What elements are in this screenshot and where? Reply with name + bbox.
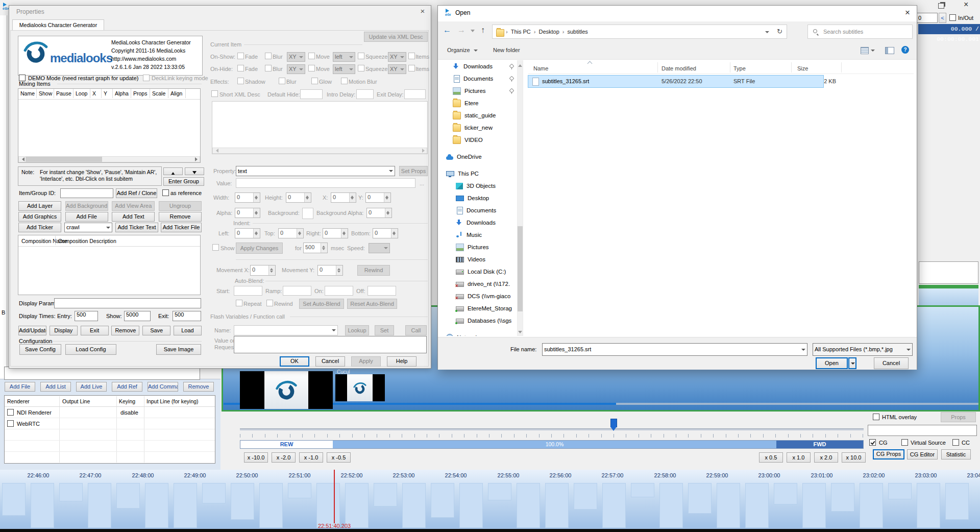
exit-time-input[interactable]: 500 — [173, 311, 201, 321]
onshow-squeeze-type-select[interactable]: XY — [388, 52, 406, 62]
x-spinner[interactable]: 0 — [331, 192, 356, 203]
frame-value-input[interactable]: 0 — [916, 13, 938, 23]
new-folder-button[interactable]: New folder — [493, 47, 520, 54]
properties-close-icon[interactable]: × — [418, 7, 428, 15]
sidebar-item[interactable]: EtereMet_Storag — [439, 302, 517, 315]
autoblend-start-input[interactable] — [234, 286, 262, 296]
organize-button[interactable]: Organize — [447, 47, 470, 54]
file-type-combobox[interactable]: All Supported Files (*.bmp,*.jpg — [813, 343, 913, 356]
open-button[interactable]: Open — [816, 357, 848, 369]
add-ticker-file-button[interactable]: Add Ticker File — [161, 223, 202, 232]
cancel-button[interactable]: Cancel — [874, 357, 909, 369]
composition-action-button[interactable]: Load — [174, 326, 202, 335]
onhide-items-checkbox[interactable] — [408, 65, 415, 71]
breadcrumb-item[interactable]: This PC — [508, 25, 534, 38]
enter-group-button[interactable]: Enter Group — [163, 177, 204, 186]
autoblend-ramp-input[interactable] — [283, 286, 311, 296]
onhide-blur-checkbox[interactable] — [265, 65, 272, 71]
decklink-checkbox[interactable] — [143, 75, 150, 81]
sidebar-item[interactable]: Desktop — [439, 192, 517, 204]
onshow-fade-checkbox[interactable] — [237, 53, 244, 59]
onhide-blur-type-select[interactable]: XY — [287, 64, 305, 74]
sidebar-item[interactable]: driveo_nt (\\172. — [439, 278, 517, 290]
onshow-squeeze-checkbox[interactable] — [358, 53, 364, 59]
update-via-xml-button[interactable]: Update via XML Desc — [364, 32, 428, 42]
sidebar-item[interactable]: DCS (\\vm-giaco — [439, 290, 517, 302]
load-config-button[interactable]: Load Config — [65, 344, 116, 355]
background-alpha-spinner[interactable]: 0 — [366, 208, 392, 218]
inout-checkbox[interactable] — [949, 14, 956, 21]
files-col-type[interactable]: Type — [733, 65, 746, 72]
onhide-squeeze-type-select[interactable]: XY — [388, 64, 406, 74]
view-list-icon[interactable] — [861, 47, 869, 54]
files-col-name[interactable]: Name — [533, 65, 548, 72]
col-input-line[interactable]: Input Line (for keying) — [146, 398, 199, 405]
sidebar-item[interactable]: This PC — [439, 167, 517, 180]
speed-button[interactable]: x 2.0 — [814, 452, 838, 463]
xml-desc-hscrollbar[interactable] — [212, 148, 427, 154]
cg-props-button[interactable]: CG Props — [873, 449, 904, 460]
onhide-squeeze-checkbox[interactable] — [358, 65, 364, 71]
sidebar-item[interactable]: ticker_new — [439, 122, 517, 134]
sidebar-item[interactable]: Databases (\\sgs — [439, 315, 517, 327]
effect-glow-checkbox[interactable] — [311, 78, 318, 84]
layer-action-button[interactable]: Add File — [65, 212, 108, 222]
renderer-add-button[interactable]: Add File — [5, 382, 35, 392]
open-titlebar[interactable] — [438, 6, 917, 21]
breadcrumb-item[interactable]: subtitles — [565, 25, 591, 38]
sidebar-item[interactable]: Network — [439, 331, 517, 336]
cg-text-input[interactable] — [868, 425, 977, 436]
sidebar-item[interactable]: Downloads — [439, 216, 517, 229]
sidebar-item[interactable]: VIDEO — [439, 134, 517, 146]
dialog-button[interactable]: OK — [280, 356, 309, 367]
sidebar-item[interactable]: Documents — [439, 204, 517, 216]
repeat-checkbox[interactable] — [236, 300, 242, 306]
reset-autoblend-button[interactable]: Reset Auto-Blend — [347, 299, 397, 309]
layer-action-button[interactable]: Add Layer — [18, 201, 61, 211]
dialog-button[interactable]: Apply — [351, 356, 381, 367]
sidebar-item[interactable]: Documents — [439, 72, 517, 85]
files-col-modified[interactable]: Date modified — [662, 65, 696, 72]
layer-action-button[interactable]: Ungroup — [159, 201, 202, 211]
onshow-blur-type-select[interactable]: XY — [287, 52, 305, 62]
sidebar-item[interactable]: Etere — [439, 97, 517, 109]
window-close-button[interactable]: × — [964, 1, 968, 8]
flash-value-input[interactable] — [234, 336, 427, 353]
autoblend-off-input[interactable] — [368, 286, 396, 296]
composition-action-button[interactable]: Add/Update — [18, 326, 46, 335]
sidebar-item[interactable]: Downloads — [439, 60, 517, 72]
show-checkbox[interactable] — [212, 244, 219, 251]
cg-editor-button[interactable]: CG Editor — [907, 449, 938, 460]
display-param-input[interactable] — [54, 298, 201, 308]
col-output-line[interactable]: Output Line — [62, 398, 90, 405]
width-spinner[interactable]: 0 — [235, 192, 260, 203]
sidebar-item[interactable]: Pictures — [439, 85, 517, 97]
set-button[interactable]: Set — [375, 325, 394, 335]
breadcrumb-item[interactable]: Desktop — [535, 25, 562, 38]
dialog-button[interactable]: Help — [387, 356, 416, 367]
refresh-icon[interactable]: ↻ — [777, 28, 782, 35]
value-browse-button[interactable]: ... — [420, 180, 424, 187]
item-group-id-input[interactable] — [60, 188, 113, 198]
mixing-column-header[interactable]: Scale — [150, 89, 168, 98]
webrtc-checkbox[interactable] — [7, 420, 14, 427]
exit-delay-input[interactable] — [404, 89, 426, 99]
timeline[interactable]: 22:46:0022:47:0022:48:0022:49:0022:50:00… — [0, 470, 980, 529]
value-input[interactable] — [236, 178, 415, 188]
mixing-column-header[interactable]: Y — [102, 89, 113, 98]
tab-medialooks-cg[interactable]: Medialooks Character Generator — [12, 19, 104, 31]
speed-button[interactable]: x -2.0 — [272, 452, 296, 463]
show-time-input[interactable]: 5000 — [124, 311, 151, 321]
speed-button[interactable]: x -1.0 — [299, 452, 323, 463]
mixing-column-header[interactable]: Loop — [74, 89, 90, 98]
speed-button[interactable]: x 1.0 — [787, 452, 811, 463]
composition-desc-header[interactable]: Composition Description — [58, 238, 116, 245]
nav-forward-icon[interactable]: → — [457, 27, 465, 33]
rewind-checkbox[interactable] — [266, 300, 273, 306]
file-name-cell[interactable]: subtitles_31265.srt — [542, 78, 589, 85]
mixing-column-header[interactable]: Alpha — [113, 89, 131, 98]
col-renderer[interactable]: Renderer — [7, 398, 30, 405]
composition-action-button[interactable]: Display — [50, 326, 78, 335]
files-col-size[interactable]: Size — [797, 65, 808, 72]
sidebar-item[interactable]: Music — [439, 229, 517, 241]
